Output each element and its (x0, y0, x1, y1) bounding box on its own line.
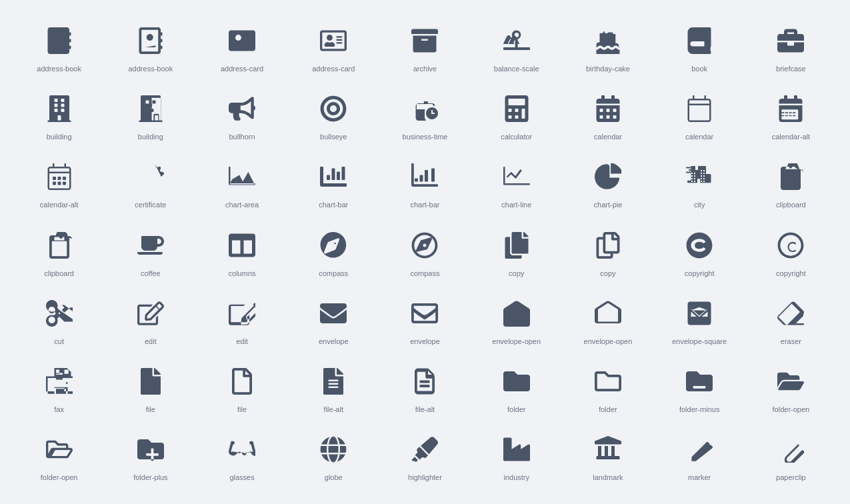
icon-cell-bullseye[interactable]: bullseye (288, 81, 379, 149)
icon-cell-clipboard-solid[interactable]: clipboard (745, 149, 837, 217)
folder-plus-icon (133, 432, 168, 467)
compass-outline-icon (407, 228, 442, 263)
folder-open-solid-label: folder-open (773, 405, 810, 414)
icon-cell-file-alt-outline[interactable]: file-alt (379, 354, 471, 422)
folder-outline-icon (591, 364, 625, 399)
icon-cell-calendar-alt[interactable]: calendar-alt (745, 81, 837, 149)
bullhorn-icon (225, 91, 259, 126)
icon-cell-eraser[interactable]: eraser (745, 286, 837, 354)
chart-bar-2-label: chart-bar (410, 201, 439, 209)
eraser-icon (773, 296, 808, 331)
address-book-label: address-book (37, 65, 81, 73)
icon-cell-envelope-solid[interactable]: envelope (288, 286, 379, 354)
balance-scale-icon (499, 23, 534, 58)
icon-cell-cut[interactable]: cut (13, 286, 105, 354)
icon-cell-folder-open-outline[interactable]: folder-open (13, 422, 105, 490)
icon-cell-edit-outline[interactable]: edit (196, 286, 287, 354)
icon-cell-envelope-open-solid[interactable]: envelope-open (471, 286, 562, 354)
calendar-solid-label: calendar (594, 133, 622, 141)
icon-cell-bullhorn[interactable]: bullhorn (196, 81, 287, 149)
icon-cell-compass-outline[interactable]: compass (379, 218, 471, 286)
icon-cell-file-outline[interactable]: file (196, 354, 287, 422)
icon-cell-copyright-outline[interactable]: copyright (745, 218, 837, 286)
icon-cell-chart-line[interactable]: chart-line (471, 149, 562, 217)
compass-outline-label: compass (410, 269, 439, 278)
compass-solid-icon (316, 228, 351, 263)
icon-cell-city[interactable]: city (654, 149, 745, 217)
icon-cell-chart-pie[interactable]: chart-pie (562, 149, 653, 217)
icon-cell-chart-bar[interactable]: chart-bar (288, 149, 379, 217)
icon-cell-compass-solid[interactable]: compass (288, 218, 379, 286)
icon-cell-envelope-square[interactable]: envelope-square (654, 286, 745, 354)
edit-solid-icon (133, 296, 168, 331)
icon-cell-copy-outline[interactable]: copy (562, 218, 653, 286)
clipboard-outline-icon (42, 228, 77, 263)
icon-cell-globe[interactable]: globe (288, 422, 379, 490)
icon-cell-folder-minus[interactable]: folder-minus (654, 354, 745, 422)
icon-cell-address-book[interactable]: address-book (13, 13, 105, 81)
icon-cell-archive[interactable]: archive (379, 13, 471, 81)
icon-cell-calendar-solid[interactable]: calendar (562, 81, 653, 149)
icon-cell-clipboard-outline[interactable]: clipboard (13, 218, 105, 286)
envelope-outline-icon (407, 296, 442, 331)
icon-cell-file-alt-solid[interactable]: file-alt (288, 354, 379, 422)
icon-cell-building-solid[interactable]: building (13, 81, 105, 149)
folder-open-outline-label: folder-open (41, 473, 78, 482)
icon-cell-copy-solid[interactable]: copy (471, 218, 562, 286)
balance-scale-label: balance-scale (494, 65, 539, 73)
folder-minus-label: folder-minus (679, 405, 720, 414)
icon-cell-calculator[interactable]: calculator (471, 81, 562, 149)
chart-bar-2-icon (407, 159, 442, 194)
icon-cell-highlighter[interactable]: highlighter (379, 422, 471, 490)
icon-cell-file-solid[interactable]: file (105, 354, 196, 422)
business-time-label: business-time (403, 133, 448, 141)
icon-cell-calendar-outline[interactable]: calendar (654, 81, 745, 149)
envelope-solid-icon (316, 296, 351, 331)
glasses-icon (225, 432, 259, 467)
icon-cell-folder-solid[interactable]: folder (471, 354, 562, 422)
marker-icon (682, 432, 717, 467)
envelope-open-outline-label: envelope-open (584, 337, 633, 346)
icon-cell-chart-area[interactable]: chart-area (196, 149, 287, 217)
icon-cell-address-card-2[interactable]: address-card (288, 13, 379, 81)
icon-cell-calendar-alt-2[interactable]: calendar-alt (13, 149, 105, 217)
icon-cell-folder-open-solid[interactable]: folder-open (745, 354, 837, 422)
icon-cell-business-time[interactable]: business-time (379, 81, 471, 149)
icon-cell-copyright-solid[interactable]: copyright (654, 218, 745, 286)
icon-cell-columns[interactable]: columns (196, 218, 287, 286)
icon-cell-marker[interactable]: marker (654, 422, 745, 490)
icon-cell-folder-plus[interactable]: folder-plus (105, 422, 196, 490)
copyright-outline-label: copyright (776, 269, 806, 278)
icon-cell-industry[interactable]: industry (471, 422, 562, 490)
icon-cell-birthday-cake[interactable]: birthday-cake (562, 13, 653, 81)
marker-label: marker (688, 473, 711, 482)
icon-cell-coffee[interactable]: coffee (105, 218, 196, 286)
icon-cell-glasses[interactable]: glasses (196, 422, 287, 490)
file-outline-label: file (237, 405, 247, 414)
industry-icon (499, 432, 534, 467)
icon-cell-building-outline[interactable]: building (105, 81, 196, 149)
bullhorn-label: bullhorn (229, 133, 255, 141)
address-card-2-icon (316, 23, 351, 58)
icon-cell-briefcase[interactable]: briefcase (745, 13, 837, 81)
icon-cell-envelope-outline[interactable]: envelope (379, 286, 471, 354)
icon-cell-book[interactable]: book (654, 13, 745, 81)
icon-cell-edit-solid[interactable]: edit (105, 286, 196, 354)
folder-outline-label: folder (599, 405, 617, 414)
copy-outline-icon (591, 228, 625, 263)
icon-cell-envelope-open-outline[interactable]: envelope-open (562, 286, 653, 354)
icon-cell-balance-scale[interactable]: balance-scale (471, 13, 562, 81)
clipboard-solid-icon (773, 159, 808, 194)
icon-cell-certificate[interactable]: certificate (105, 149, 196, 217)
icon-cell-chart-bar-2[interactable]: chart-bar (379, 149, 471, 217)
icon-cell-address-book-2[interactable]: address-book (105, 13, 196, 81)
landmark-label: landmark (593, 473, 623, 482)
industry-label: industry (503, 473, 529, 482)
icon-cell-paperclip[interactable]: paperclip (745, 422, 837, 490)
icon-cell-fax[interactable]: fax (13, 354, 105, 422)
icon-cell-landmark[interactable]: landmark (562, 422, 653, 490)
book-label: book (691, 65, 707, 73)
edit-solid-label: edit (145, 337, 157, 346)
icon-cell-address-card[interactable]: address-card (196, 13, 287, 81)
icon-cell-folder-outline[interactable]: folder (562, 354, 653, 422)
